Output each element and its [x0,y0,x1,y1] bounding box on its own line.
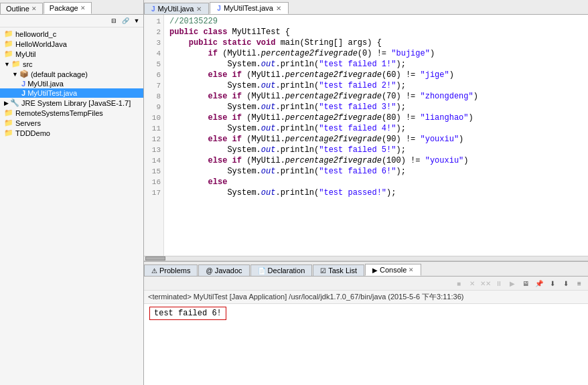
code-line-16: else [169,177,583,187]
display-selected-button[interactable]: 🖥 [520,277,532,289]
console-icon: ▶ [372,266,378,274]
close-icon-package[interactable]: ✕ [80,5,86,11]
folder-icon: 📁 [11,60,21,68]
tree-item-myutil-java[interactable]: J MyUtil.java [0,79,143,88]
tree-item-servers[interactable]: 📁 Servers [0,118,143,128]
tab-myutiltest-close[interactable]: ✕ [276,5,281,12]
expand-icon: ▼ [4,61,10,68]
remove-button[interactable]: ✕ [466,277,478,289]
editor-tabs: J MyUtil.java ✕ J MyUtilTest.java ✕ [144,0,588,15]
tasklist-icon: ☑ [320,267,326,275]
expand-icon-3: ▶ [4,100,9,106]
tree-content: 📁 helloworld_c 📁 HelloWorldJava 📁 MyUtil [0,27,143,385]
console-status-text: <terminated> MyUtilTest [Java Applicatio… [148,293,463,301]
tab-myutiltest-icon: J [217,5,221,12]
pin-button[interactable]: 📌 [533,277,545,289]
tree-item-helloworldc[interactable]: 📁 helloworld_c [0,29,143,39]
stop-button[interactable]: ■ [453,277,465,289]
tab-myutil-java[interactable]: J MyUtil.java ✕ [144,3,209,14]
tab-myutiltest-java[interactable]: J MyUtilTest.java ✕ [210,2,289,14]
project-icon-2: 📁 [4,40,13,48]
package-icon: 📦 [19,70,29,78]
editor-scrollbar-thumb[interactable] [145,256,165,260]
bottom-panel: ⚠ Problems @ Javadoc 📄 Declaration ☑ Tas… [144,261,588,385]
code-content[interactable]: //20135229 public class MyUtilTest { pub… [164,15,588,256]
content-area: Outline ✕ Package ✕ ⊟ 🔗 ▼ 📁 helloworld_c [0,0,588,385]
open-console-button[interactable]: ≡ [573,277,585,289]
resume-button[interactable]: ▶ [506,277,518,289]
remove-all-button[interactable]: ✕✕ [480,277,492,289]
tab-myutiltest-label: MyUtilTest.java [224,4,273,12]
code-line-5: System.out.println("test failed 1!"); [169,59,583,70]
code-line-11: System.out.println("test failed 4!"); [169,123,583,134]
left-panel: Outline ✕ Package ✕ ⊟ 🔗 ▼ 📁 helloworld_c [0,0,144,385]
servers-icon: 📁 [4,119,13,127]
library-icon: 🔧 [10,98,19,107]
right-panel: J MyUtil.java ✕ J MyUtilTest.java ✕ 1 2 … [144,0,588,385]
tab-javadoc[interactable]: @ Javadoc [198,264,249,276]
problems-icon: ⚠ [151,267,157,275]
tab-problems[interactable]: ⚠ Problems [144,264,198,276]
declaration-icon: 📄 [258,267,266,275]
tree-item-myutil[interactable]: 📁 MyUtil [0,49,143,59]
tab-myutil-icon: J [151,5,155,13]
editor-area: 1 2 3 4 5 6 7 8 9 10 11 12 13 14 15 16 1 [144,15,588,256]
javadoc-icon: @ [206,267,212,275]
problems-label: Problems [159,266,190,275]
console-toolbar: ■ ✕ ✕✕ ⏸ ▶ 🖥 📌 ⬇ ⬇ ≡ [144,277,588,291]
line-numbers: 1 2 3 4 5 6 7 8 9 10 11 12 13 14 15 16 1 [144,15,164,256]
editor-hscrollbar[interactable] [144,256,588,261]
tree-item-remote[interactable]: 📁 RemoteSystemsTempFiles [0,108,143,118]
outline-label: Outline [6,5,29,13]
tree-item-src[interactable]: ▼ 📁 src [0,59,143,69]
tab-declaration[interactable]: 📄 Declaration [250,264,313,276]
link-with-editor-button[interactable]: 🔗 [120,15,131,26]
code-line-17: System.out.println("test passed!"); [169,187,583,198]
console-close-icon[interactable]: ✕ [409,266,414,273]
suspend-button[interactable]: ⏸ [493,277,505,289]
tab-package[interactable]: Package ✕ [44,2,92,14]
code-line-8: else if (MyUtil.percentage2fivegrade(70)… [169,91,583,102]
console-output[interactable]: test failed 6! [144,304,588,385]
code-line-14: else if (MyUtil.percentage2fivegrade(100… [169,155,583,166]
code-line-9: System.out.println("test failed 3!"); [169,102,583,112]
console-status-bar: <terminated> MyUtilTest [Java Applicatio… [144,291,588,304]
java-file-selected-icon: J [21,89,25,97]
code-line-4: if (MyUtil.percentage2fivegrade(0) != "b… [169,48,583,59]
main-window: Outline ✕ Package ✕ ⊟ 🔗 ▼ 📁 helloworld_c [0,0,588,385]
java-file-icon: J [21,80,25,88]
code-line-12: else if (MyUtil.percentage2fivegrade(90)… [169,134,583,145]
tree-item-default-package[interactable]: ▼ 📦 (default package) [0,69,143,79]
collapse-all-button[interactable]: ⊟ [108,15,119,26]
tab-outline[interactable]: Outline ✕ [0,3,43,14]
console-output-text: test failed 6! [149,307,226,320]
tab-tasklist[interactable]: ☑ Task List [313,264,364,276]
scroll-lock-button[interactable]: ⬇ [546,277,559,289]
close-icon[interactable]: ✕ [31,5,37,12]
tree-item-tdddemo[interactable]: 📁 TDDDemo [0,128,143,138]
tab-myutil-close[interactable]: ✕ [196,5,202,13]
tab-myutil-label: MyUtil.java [158,5,194,13]
bottom-tabs: ⚠ Problems @ Javadoc 📄 Declaration ☑ Tas… [144,262,588,277]
tree-menu-button[interactable]: ▼ [131,15,142,26]
javadoc-label: Javadoc [215,266,242,275]
tree-toolbar: ⊟ 🔗 ▼ [0,15,143,27]
tree-item-myutiltest-java[interactable]: J MyUtilTest.java [0,88,143,98]
tree-item-jre[interactable]: ▶ 🔧 JRE System Library [JavaSE-1.7] [0,98,143,108]
project-icon: 📁 [4,29,13,38]
tree-item-helloworldjava[interactable]: 📁 HelloWorldJava [0,39,143,49]
code-line-15: System.out.println("test failed 6!"); [169,166,583,177]
code-line-6: else if (MyUtil.percentage2fivegrade(60)… [169,70,583,80]
code-line-13: System.out.println("test failed 5!"); [169,145,583,155]
remote-icon: 📁 [4,108,13,117]
code-line-7: System.out.println("test failed 2!"); [169,80,583,91]
left-panel-tabs: Outline ✕ Package ✕ [0,0,143,15]
tab-console[interactable]: ▶ Console ✕ [365,264,421,276]
console-label: Console [380,266,407,274]
code-line-2: public class MyUtilTest { [169,27,583,37]
code-line-10: else if (MyUtil.percentage2fivegrade(80)… [169,112,583,123]
package-label: Package [50,4,78,12]
declaration-label: Declaration [268,266,305,275]
expand-icon-2: ▼ [12,71,18,78]
word-wrap-button[interactable]: ⬇ [560,277,572,289]
